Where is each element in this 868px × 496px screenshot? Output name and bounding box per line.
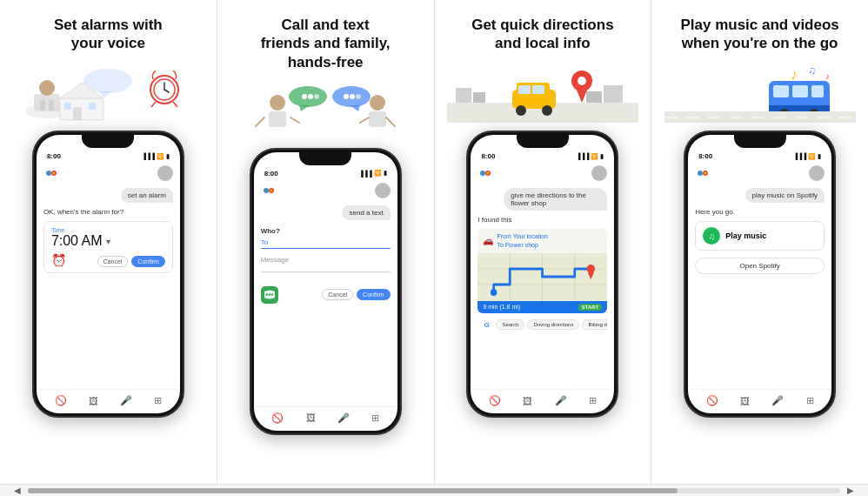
svg-rect-49 [473,92,485,103]
svg-rect-51 [586,91,602,103]
panel-directions: Get quick directionsand local info [435,0,652,484]
svg-point-63 [482,172,484,175]
wifi-icon-3: 🛜 [591,153,598,160]
scroll-track[interactable] [28,488,840,493]
duration-text: 9 min (1.8 mi) [483,304,520,310]
to-input[interactable]: To [261,237,391,249]
panel-music-title: Play music and videoswhen you're on the … [680,16,838,54]
svg-point-54 [516,105,526,116]
svg-point-42 [270,189,272,191]
alarm-card: Time 7:00 AM ▾ ⏰ Cancel Confirm [43,221,173,273]
map-card: 🚗 From Your location To Flower shop [477,229,607,313]
alarm-time-display: 7:00 AM ▾ [51,233,165,249]
music-screen: 8:00 ▐▐▐ 🛜 ▮ [688,135,831,413]
text-phone: 8:00 ▐▐▐ 🛜 ▮ [250,148,402,435]
chip-biking[interactable]: Biking d... [582,319,607,330]
cancel-button[interactable]: Cancel [97,256,129,267]
confirm-button[interactable]: Confirm [131,256,165,267]
assistant-bar-3 [471,162,614,184]
status-icons: ▐▐▐ 🛜 ▮ [142,153,170,160]
play-music-card: ♫ Play music [695,221,825,251]
svg-point-2 [39,80,55,96]
image-icon-4[interactable]: 🖼 [740,396,750,406]
phone-notch-4 [734,132,786,148]
svg-text:♪: ♪ [791,67,798,82]
svg-point-44 [265,293,267,295]
compass-icon[interactable]: 🚫 [55,395,67,406]
svg-rect-4 [49,100,54,111]
grid-icon-3[interactable]: ⊞ [589,395,597,406]
scroll-left-button[interactable]: ◀ [14,486,21,495]
text-confirm-button[interactable]: Confirm [357,289,391,300]
status-icons-4: ▐▐▐ 🛜 ▮ [793,153,821,160]
panel-text-illustration [226,80,425,141]
signal-icon: ▐▐▐ [142,153,155,159]
time-display-2: 8:00 [264,170,278,178]
svg-point-21 [52,172,55,175]
mic-icon-4[interactable]: 🎤 [771,395,784,406]
user-bubble-2: send a text [342,205,390,220]
image-icon-2[interactable]: 🖼 [306,412,316,423]
scrollbar-container: ◀ ▶ [0,484,868,496]
svg-rect-48 [456,88,471,103]
svg-rect-1 [34,94,60,111]
grid-icon-2[interactable]: ⊞ [371,412,379,424]
scroll-right-button[interactable]: ▶ [847,486,854,495]
svg-point-19 [47,172,50,175]
svg-point-60 [578,77,586,85]
phone-notch-2 [299,150,351,165]
scroll-thumb[interactable] [28,488,678,493]
mic-icon-3[interactable]: 🎤 [555,395,567,406]
google-g-icon: G [483,320,491,329]
panel-directions-illustration [444,63,643,124]
signal-icon-4: ▐▐▐ [793,153,806,159]
svg-point-30 [350,94,355,99]
user-bubble-3: give me directions to the flower shop [504,188,607,211]
start-button[interactable]: START [578,304,603,311]
mic-icon-2[interactable]: 🎤 [337,412,350,424]
panel-music: Play music and videoswhen you're on the … [651,0,868,484]
compass-icon-4[interactable]: 🚫 [706,395,718,406]
alarm-actions: Cancel Confirm [97,256,165,267]
message-input[interactable] [261,265,391,272]
search-chips: G Search Driving directions Biking d... [477,317,607,332]
svg-point-32 [370,95,385,111]
text-cancel-button[interactable]: Cancel [322,289,353,300]
svg-rect-33 [369,111,386,127]
image-icon[interactable]: 🖼 [89,396,98,406]
chip-driving[interactable]: Driving directions [527,319,579,330]
user-avatar-4 [809,165,825,181]
google-assistant-icon-3 [477,165,493,181]
wifi-icon-2: 🛜 [374,170,382,177]
grid-icon-4[interactable]: ⊞ [806,395,814,406]
svg-marker-59 [576,88,588,103]
open-spotify-button[interactable]: Open Spotify [695,258,825,274]
spotify-icon: ♫ [703,227,720,245]
alarm-time-label: Time [51,227,165,233]
grid-icon[interactable]: ⊞ [154,395,162,406]
messages-app-icon [261,286,278,304]
compass-icon-3[interactable]: 🚫 [489,395,501,406]
svg-rect-23 [269,111,286,127]
music-phone: 8:00 ▐▐▐ 🛜 ▮ [684,131,836,418]
panel-text-title: Call and textfriends and family,hands-fr… [261,16,391,71]
image-icon-3[interactable]: 🖼 [523,396,532,406]
svg-text:♪: ♪ [825,71,830,81]
battery-icon-2: ▮ [384,170,387,177]
main-container: Set alarms withyour voice [0,0,868,484]
wifi-icon-4: 🛜 [808,153,816,160]
compass-icon-2[interactable]: 🚫 [271,412,284,424]
svg-point-91 [699,172,702,175]
battery-icon-3: ▮ [600,153,604,160]
svg-point-74 [491,289,497,296]
assistant-reply-4: Here you go. [695,206,825,218]
svg-point-26 [308,94,313,99]
mic-icon[interactable]: 🎤 [120,395,132,406]
battery-icon: ▮ [166,153,170,160]
chip-search[interactable]: Search [496,319,524,330]
svg-line-9 [151,102,156,107]
time-display-3: 8:00 [481,152,495,160]
bottom-nav-3: 🚫 🖼 🎤 ⊞ [471,389,614,413]
signal-icon-3: ▐▐▐ [576,153,589,159]
battery-icon-4: ▮ [818,153,821,160]
